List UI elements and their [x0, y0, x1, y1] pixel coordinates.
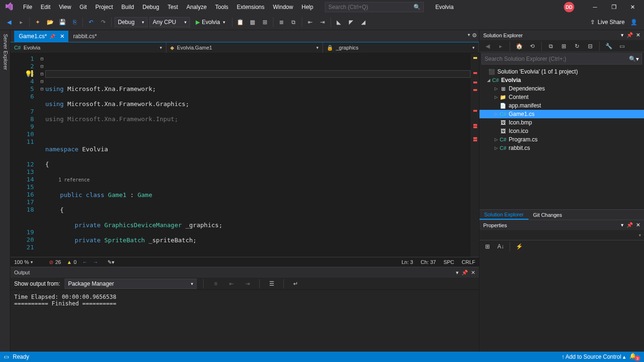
se-refresh-btn[interactable]: ↻ [571, 41, 583, 52]
code-body[interactable]: 💡 using Microsoft.Xna.Framework; using M… [45, 53, 471, 257]
close-tab-icon[interactable]: ✕ [60, 33, 65, 40]
zoom-combo[interactable]: 100 % ▾ [14, 259, 33, 265]
fold-gutter[interactable]: ⊟⊟⊟ ⊟ ⊟ [39, 53, 45, 257]
tb-btn-6[interactable]: ⇤ [305, 16, 316, 28]
panel-close-icon[interactable]: ✕ [636, 32, 640, 38]
tree-manifest[interactable]: 📄app.manifest [479, 101, 644, 110]
menu-edit[interactable]: Edit [36, 0, 55, 14]
platform-combo[interactable]: Any CPU▾ [149, 17, 190, 27]
tb-btn-7[interactable]: ⇥ [317, 16, 328, 28]
line-indicator[interactable]: Ln: 3 [402, 259, 413, 265]
error-count[interactable]: ⊘26 [49, 259, 61, 265]
se-fwd-btn[interactable]: ▸ [495, 41, 506, 52]
props-alpha-btn[interactable]: A↓ [495, 241, 506, 252]
out-btn-clear[interactable]: ☰ [266, 278, 277, 289]
menu-window[interactable]: Window [269, 0, 297, 14]
panel-dropdown-icon[interactable]: ▾ [456, 270, 459, 276]
tree-iconbmp[interactable]: 🖼Icon.bmp [479, 118, 644, 127]
tree-project[interactable]: ◢C#Evolvia [479, 76, 644, 84]
tb-btn-10[interactable]: ◢ [358, 16, 369, 28]
menu-project[interactable]: Project [91, 0, 117, 14]
panel-close-icon[interactable]: ✕ [636, 222, 640, 228]
menu-file[interactable]: File [19, 0, 36, 14]
menu-tools[interactable]: Tools [211, 0, 232, 14]
se-showall-btn[interactable]: ⊞ [558, 41, 570, 52]
panel-dropdown-icon[interactable]: ▾ [621, 222, 624, 228]
source-control-btn[interactable]: ↑ Add to Source Control ▴ [561, 354, 626, 360]
tb-btn-1[interactable]: 📋 [235, 16, 246, 28]
solution-search[interactable]: 🔍▾ [481, 53, 642, 65]
solution-search-input[interactable] [485, 56, 629, 62]
out-btn-2[interactable]: ⇤ [226, 278, 237, 289]
new-project-btn[interactable]: ✦ [32, 16, 43, 28]
tree-iconico[interactable]: 🖼Icon.ico [479, 127, 644, 135]
panel-close-icon[interactable]: ✕ [471, 270, 475, 276]
restore-button[interactable]: ❐ [604, 0, 623, 14]
save-btn[interactable]: 💾 [57, 16, 68, 28]
brush-icon[interactable]: ✎▾ [107, 259, 115, 265]
se-home-btn[interactable]: 🏠 [513, 41, 525, 52]
nav-next-btn[interactable]: → [93, 259, 98, 265]
indent-indicator[interactable]: SPC [444, 259, 454, 265]
tree-game1[interactable]: ▷C#Game1.cs [479, 110, 644, 118]
tab-git-changes[interactable]: Git Changes [528, 210, 567, 220]
out-btn-1[interactable]: ≡ [210, 278, 221, 289]
output-body[interactable]: Time Elapsed: 00:00:00.9656538 =========… [10, 290, 479, 352]
tb-btn-2[interactable]: ▦ [247, 16, 258, 28]
se-filter-btn[interactable]: ⧉ [545, 41, 556, 52]
nav-class-combo[interactable]: ◆Evolvia.Game1▾ [166, 42, 322, 53]
menu-git[interactable]: Git [75, 0, 91, 14]
solution-tree[interactable]: ⬛Solution 'Evolvia' (1 of 1 project) ◢C#… [479, 66, 644, 209]
tab-solution-explorer[interactable]: Solution Explorer [479, 210, 528, 220]
menu-extensions[interactable]: Extensions [232, 0, 269, 14]
eol-indicator[interactable]: CRLF [462, 259, 475, 265]
se-back-btn[interactable]: ◀ [482, 41, 493, 52]
menu-view[interactable]: View [55, 0, 75, 14]
tree-content[interactable]: ▷📁Content [479, 93, 644, 101]
menu-debug[interactable]: Debug [138, 0, 163, 14]
menu-help[interactable]: Help [297, 0, 318, 14]
tb-btn-9[interactable]: ◤ [346, 16, 357, 28]
tree-solution-root[interactable]: ⬛Solution 'Evolvia' (1 of 1 project) [479, 67, 644, 76]
panel-pin-icon[interactable]: 📌 [627, 32, 633, 38]
tree-program[interactable]: ▷C#Program.cs [479, 135, 644, 144]
props-events-btn[interactable]: ⚡ [513, 241, 525, 252]
tab-settings-icon[interactable]: ⚙ [472, 32, 477, 39]
panel-pin-icon[interactable]: 📌 [462, 270, 468, 276]
server-explorer-tab[interactable]: Server Explorer [0, 30, 10, 352]
col-indicator[interactable]: Ch: 37 [421, 259, 436, 265]
menu-test[interactable]: Test [164, 0, 182, 14]
close-button[interactable]: ✕ [623, 0, 642, 14]
nav-fwd-btn[interactable]: ▸ [16, 16, 27, 28]
props-dropdown-icon[interactable]: ▾ [639, 233, 641, 238]
global-search[interactable]: 🔍 [325, 2, 424, 12]
tb-btn-4[interactable]: ≣ [276, 16, 287, 28]
tb-btn-5[interactable]: ⧉ [288, 16, 299, 28]
redo-btn[interactable]: ↷ [98, 16, 109, 28]
nav-member-combo[interactable]: 🔒_graphics▾ [323, 42, 479, 53]
out-btn-wrap[interactable]: ↵ [290, 278, 301, 289]
notifications-btn[interactable]: 🔔3 [629, 353, 640, 361]
open-btn[interactable]: 📂 [44, 16, 56, 28]
panel-pin-icon[interactable]: 📌 [627, 222, 633, 228]
tab-overflow-icon[interactable]: ▾ [468, 32, 470, 39]
se-sync-btn[interactable]: ⟲ [527, 41, 538, 52]
config-combo[interactable]: Debug▾ [115, 17, 148, 27]
props-categorized-btn[interactable]: ⊞ [482, 241, 493, 252]
panel-dropdown-icon[interactable]: ▾ [621, 32, 624, 38]
pin-icon[interactable]: 📌 [50, 34, 55, 39]
code-editor[interactable]: 1234 567 891011 1213 14151617 1819 20212… [10, 53, 479, 257]
nav-prev-btn[interactable]: ← [82, 259, 87, 265]
tree-dependencies[interactable]: ▷⊞Dependencies [479, 84, 644, 93]
save-all-btn[interactable]: ⎘ [69, 16, 80, 28]
menu-build[interactable]: Build [117, 0, 139, 14]
tree-rabbit[interactable]: ▷C#rabbit.cs [479, 144, 644, 152]
tab-rabbit[interactable]: rabbit.cs* [68, 31, 100, 42]
global-search-input[interactable] [328, 4, 413, 10]
user-avatar[interactable]: DD [564, 2, 574, 12]
tb-btn-8[interactable]: ◣ [333, 16, 345, 28]
live-share-btn[interactable]: ⇪ Live Share 👤 [586, 19, 641, 25]
se-collapse-btn[interactable]: ⊟ [585, 41, 596, 52]
se-properties-btn[interactable]: 🔧 [603, 41, 614, 52]
nav-project-combo[interactable]: C#Evolvia▾ [10, 42, 166, 53]
